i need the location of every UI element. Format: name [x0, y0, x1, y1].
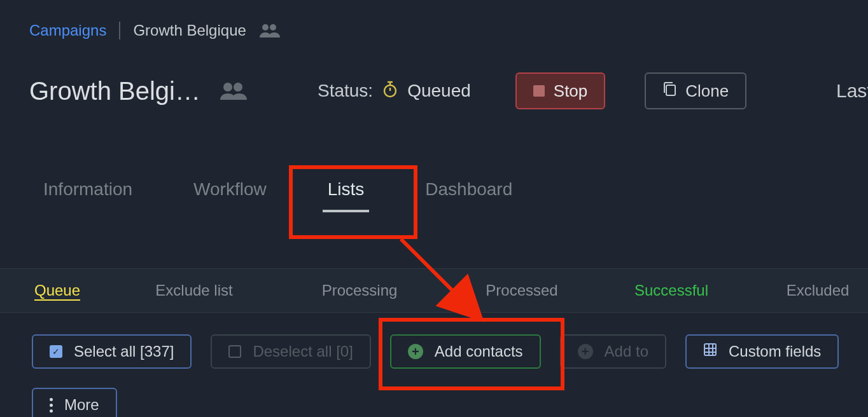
breadcrumb-campaign-name: Growth Belgique — [133, 22, 246, 39]
more-label: More — [64, 396, 99, 414]
deselect-all-button[interactable]: Deselect all [0] — [211, 334, 370, 369]
checkbox-checked-icon: ✓ — [50, 345, 62, 358]
select-all-label: Select all [337] — [74, 343, 174, 360]
last-activity-label: Last — [836, 80, 868, 102]
plus-icon: + — [578, 344, 593, 359]
breadcrumb-separator — [119, 22, 120, 39]
svg-point-0 — [262, 24, 269, 31]
status-label: Status: — [318, 81, 373, 101]
svg-point-3 — [234, 83, 242, 92]
subtab-queue[interactable]: Queue — [0, 282, 115, 299]
copy-icon — [662, 81, 676, 101]
timer-icon — [382, 80, 398, 102]
more-icon — [50, 398, 53, 413]
more-button[interactable]: More — [32, 388, 117, 417]
breadcrumb: Campaigns Growth Belgique — [0, 0, 868, 39]
subtab-processed[interactable]: Processed — [445, 282, 598, 299]
add-to-button[interactable]: + Add to — [560, 334, 666, 369]
add-contacts-button[interactable]: + Add contacts — [390, 334, 541, 369]
tabs: Information Workflow Lists Dashboard — [0, 109, 868, 200]
people-icon — [220, 82, 248, 100]
svg-rect-7 — [704, 344, 716, 355]
list-actions: ✓ Select all [337] Deselect all [0] + Ad… — [0, 313, 868, 417]
people-icon — [259, 24, 281, 38]
custom-fields-button[interactable]: Custom fields — [685, 334, 839, 369]
subtab-successful[interactable]: Successful — [598, 282, 745, 299]
grid-icon — [703, 343, 717, 360]
subtab-exclude-list[interactable]: Exclude list — [115, 282, 274, 299]
select-all-button[interactable]: ✓ Select all [337] — [32, 334, 192, 369]
subtabs: Queue Exclude list Processing Processed … — [0, 268, 868, 313]
checkbox-empty-icon — [228, 345, 241, 358]
breadcrumb-campaigns-link[interactable]: Campaigns — [29, 22, 106, 39]
title-row: Growth Belgi… Status: Queued Stop — [0, 39, 868, 109]
plus-icon: + — [408, 344, 423, 359]
clone-button-label: Clone — [685, 81, 729, 101]
svg-point-1 — [270, 24, 276, 31]
clone-button[interactable]: Clone — [645, 72, 746, 109]
status-value: Queued — [407, 81, 471, 101]
status: Status: Queued — [318, 80, 471, 102]
tab-lists[interactable]: Lists — [328, 179, 365, 200]
subtab-excluded[interactable]: Excluded — [745, 282, 868, 299]
stop-icon — [533, 81, 545, 101]
add-contacts-label: Add contacts — [435, 343, 523, 360]
svg-rect-6 — [666, 85, 675, 95]
deselect-all-label: Deselect all [0] — [253, 343, 353, 360]
tab-workflow[interactable]: Workflow — [193, 179, 267, 200]
page-title: Growth Belgi… — [29, 77, 200, 106]
add-to-label: Add to — [605, 343, 648, 360]
stop-button[interactable]: Stop — [515, 72, 606, 109]
svg-rect-5 — [533, 85, 545, 97]
tab-dashboard[interactable]: Dashboard — [425, 179, 512, 200]
stop-button-label: Stop — [554, 81, 588, 101]
tab-information[interactable]: Information — [43, 179, 132, 200]
subtab-processing[interactable]: Processing — [274, 282, 445, 299]
svg-point-2 — [223, 83, 232, 92]
custom-fields-label: Custom fields — [729, 343, 821, 360]
